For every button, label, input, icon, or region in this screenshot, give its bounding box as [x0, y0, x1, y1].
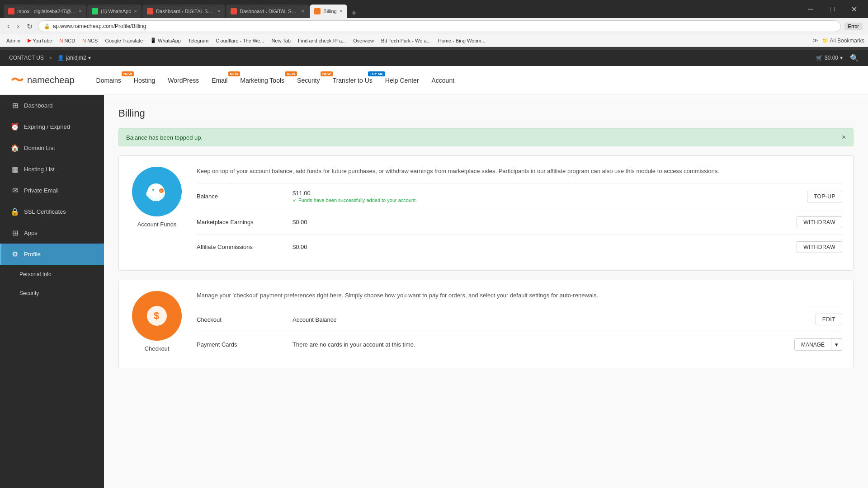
bookmark-telegram[interactable]: Telegram: [185, 37, 211, 44]
tab-bar: Inbox - digitalseba247@gmail... × (1) Wh…: [0, 0, 868, 18]
alert-text: Balance has been topped up.: [126, 134, 203, 141]
hosting-list-icon: ▦: [10, 165, 19, 174]
manage-button[interactable]: MANAGE: [794, 338, 831, 351]
tab-dashboard1[interactable]: Dashboard ‹ DiGiTAL Seba - fi... ×: [142, 5, 225, 18]
bookmark-admin[interactable]: Admin: [4, 37, 23, 44]
bookmark-findip[interactable]: Find and check IP a...: [295, 37, 349, 44]
billing-tab-title: Billing: [323, 9, 336, 14]
checkout-content: Manage your 'checkout' payment preferenc…: [197, 291, 842, 357]
sidebar-item-apps[interactable]: ⊞ Apps: [0, 222, 104, 244]
sidebar-item-domain-list[interactable]: 🏠 Domain List: [0, 137, 104, 159]
minimize-button[interactable]: ─: [800, 0, 821, 18]
cart-chevron: ▾: [840, 55, 843, 61]
dashboard1-favicon: [147, 8, 153, 14]
sidebar-hostinglist-label: Hosting List: [24, 166, 55, 173]
ssl-icon: 🔒: [10, 207, 19, 216]
nav-transfer[interactable]: Transfer to UsTRY ME: [333, 75, 373, 86]
sidebar-domainlist-label: Domain List: [24, 145, 55, 151]
balance-actions: TOP-UP: [807, 191, 842, 202]
account-funds-card: $ Account Funds Keep on top of your acco…: [118, 155, 854, 271]
svg-text:$: $: [154, 310, 159, 321]
tab-whatsapp[interactable]: (1) WhatsApp ×: [87, 5, 142, 18]
sidebar-apps-label: Apps: [24, 230, 38, 236]
billing-tab-close[interactable]: ×: [340, 8, 343, 14]
cart-icon: 🛒: [816, 55, 823, 61]
manage-dropdown-button[interactable]: ▾: [831, 338, 842, 351]
more-bookmarks[interactable]: ≫: [813, 38, 818, 43]
cart-amount: $0.00: [825, 55, 838, 61]
marketplace-withdraw-button[interactable]: WITHDRAW: [797, 216, 842, 228]
dashboard2-tab-title: Dashboard ‹ DiGiTAL Seba - fi...: [240, 9, 298, 14]
whatsapp-tab-close[interactable]: ×: [134, 8, 137, 14]
gmail-favicon: [8, 8, 14, 14]
user-chevron: ▾: [88, 55, 91, 61]
checkout-icon-col: $ Checkout: [130, 291, 184, 357]
cart-button[interactable]: 🛒 $0.00 ▾: [816, 55, 843, 61]
contact-us-button[interactable]: CONTACT US: [9, 55, 44, 61]
affiliate-withdraw-button[interactable]: WITHDRAW: [797, 241, 842, 253]
bookmark-cloudflare[interactable]: Cloudflare - The We...: [213, 37, 267, 44]
sidebar: ⊞ Dashboard ⏰ Expiring / Expired 🏠 Domai…: [0, 95, 104, 488]
checkout-card: $ Checkout Manage your 'checkout' paymen…: [118, 280, 854, 369]
bookmark-newtab[interactable]: New Tab: [269, 37, 293, 44]
tab-dashboard2[interactable]: Dashboard ‹ DiGiTAL Seba - fi... ×: [226, 5, 309, 18]
bookmark-bdtech[interactable]: Bd Tech Park - We a...: [378, 37, 434, 44]
nav-hosting[interactable]: Hosting: [134, 75, 155, 86]
new-tab-button[interactable]: +: [348, 9, 360, 18]
security-badge: NEW: [321, 71, 333, 76]
sidebar-item-security[interactable]: Security: [0, 284, 104, 303]
url-box[interactable]: 🔒 ap.www.namecheap.com/Profile/Billing: [38, 20, 841, 32]
back-button[interactable]: ‹: [5, 21, 11, 31]
nav-help[interactable]: Help Center: [385, 75, 419, 86]
tab-gmail[interactable]: Inbox - digitalseba247@gmail... ×: [4, 5, 86, 18]
domains-badge: NEW: [122, 71, 134, 76]
alert-close-button[interactable]: ×: [842, 133, 846, 141]
sidebar-item-profile[interactable]: ⚙ Profile: [0, 244, 104, 265]
bookmark-ncd[interactable]: NNCD: [57, 37, 78, 44]
search-icon[interactable]: 🔍: [850, 54, 859, 62]
marketplace-value: $0.00: [292, 219, 791, 225]
nav-marketing[interactable]: Marketing ToolsNEW: [240, 75, 284, 86]
sidebar-item-personal-info[interactable]: Personal Info: [0, 265, 104, 284]
bookmark-whatsapp[interactable]: 📱WhatsApp: [147, 37, 184, 44]
account-funds-circle: $: [132, 167, 182, 216]
nc-logo[interactable]: 〜 namecheap: [11, 72, 75, 89]
all-bookmarks[interactable]: 📁 All Bookmarks: [822, 38, 864, 44]
tab-billing[interactable]: Billing ×: [310, 5, 347, 18]
topup-button[interactable]: TOP-UP: [807, 191, 842, 202]
bookmark-google-translate[interactable]: Google Translate: [102, 37, 146, 44]
balance-value: $11.00: [292, 190, 417, 197]
nc-topbar: CONTACT US ▾ 👤 jahidjm2 ▾ 🛒 $0.00 ▾ 🔍: [0, 50, 868, 66]
dashboard2-tab-close[interactable]: ×: [301, 8, 304, 14]
forward-button[interactable]: ›: [15, 21, 21, 31]
sidebar-item-dashboard[interactable]: ⊞ Dashboard: [0, 95, 104, 116]
reload-button[interactable]: ↻: [25, 21, 34, 32]
bookmark-home-bing[interactable]: Home - Bing Webm...: [435, 37, 488, 44]
bookmark-ncs[interactable]: NNCS: [80, 37, 100, 44]
checkout-edit-button[interactable]: EDIT: [816, 314, 842, 325]
account-funds-label: Account Funds: [137, 221, 177, 228]
nav-email[interactable]: EmailNEW: [212, 75, 227, 86]
nav-wordpress[interactable]: WordPress: [168, 75, 199, 86]
user-menu[interactable]: 👤 jahidjm2 ▾: [57, 55, 91, 61]
maximize-button[interactable]: □: [822, 0, 843, 18]
apps-icon: ⊞: [10, 229, 19, 237]
checkout-row: Checkout Account Balance EDIT: [197, 307, 842, 332]
close-button[interactable]: ✕: [844, 0, 864, 18]
svg-rect-3: [155, 186, 159, 188]
bookmark-overview[interactable]: Overview: [350, 37, 377, 44]
account-funds-content: Keep on top of your account balance, add…: [197, 167, 842, 259]
nav-account[interactable]: Account: [432, 75, 455, 86]
error-button[interactable]: Error: [844, 23, 863, 30]
affiliate-actions: WITHDRAW: [797, 241, 842, 253]
bookmark-youtube[interactable]: ▶YouTube: [25, 37, 55, 44]
dashboard1-tab-close[interactable]: ×: [217, 8, 221, 14]
sidebar-item-private-email[interactable]: ✉ Private Email: [0, 180, 104, 201]
sidebar-item-expiring[interactable]: ⏰ Expiring / Expired: [0, 116, 104, 137]
nav-domains[interactable]: DomainsNEW: [96, 75, 121, 86]
checkout-row-label: Checkout: [197, 316, 287, 323]
nav-security[interactable]: SecurityNEW: [297, 75, 320, 86]
gmail-tab-close[interactable]: ×: [79, 8, 82, 14]
sidebar-item-hosting-list[interactable]: ▦ Hosting List: [0, 159, 104, 180]
sidebar-item-ssl[interactable]: 🔒 SSL Certificates: [0, 201, 104, 222]
